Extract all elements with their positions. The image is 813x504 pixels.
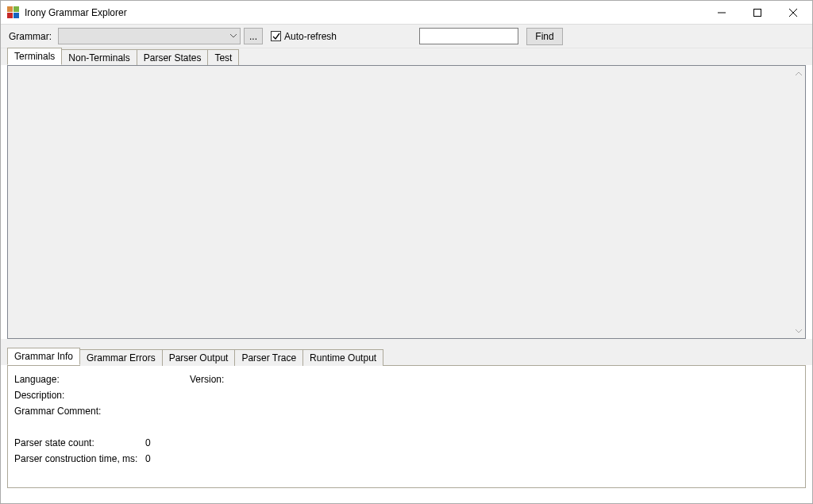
tab-parser-trace[interactable]: Parser Trace bbox=[235, 349, 303, 366]
description-label: Description: bbox=[14, 390, 145, 401]
close-button[interactable] bbox=[775, 1, 811, 24]
grammar-info-panel: Language: Version: Description: Grammar … bbox=[7, 365, 806, 488]
svg-rect-1 bbox=[753, 9, 761, 16]
main-content-panel bbox=[7, 65, 806, 339]
tab-parser-output[interactable]: Parser Output bbox=[163, 349, 236, 366]
tab-runtime-output[interactable]: Runtime Output bbox=[303, 349, 383, 366]
version-label: Version: bbox=[190, 374, 224, 385]
chevron-down-icon bbox=[230, 32, 237, 40]
autorefresh-checkbox[interactable]: Auto-refresh bbox=[271, 31, 337, 42]
language-label: Language: bbox=[14, 374, 145, 385]
titlebar: Irony Grammar Explorer bbox=[1, 1, 812, 25]
tab-grammar-info[interactable]: Grammar Info bbox=[7, 348, 80, 365]
state-count-label: Parser state count: bbox=[14, 437, 145, 448]
scroll-down-button[interactable] bbox=[792, 324, 804, 337]
grammar-label: Grammar: bbox=[9, 31, 52, 42]
state-count-value: 0 bbox=[145, 437, 151, 448]
find-button[interactable]: Find bbox=[526, 28, 563, 45]
splitter[interactable] bbox=[1, 339, 812, 348]
autorefresh-label: Auto-refresh bbox=[284, 31, 337, 42]
grammar-combobox[interactable] bbox=[58, 28, 241, 44]
tab-parser-states[interactable]: Parser States bbox=[137, 49, 209, 66]
scroll-up-button[interactable] bbox=[792, 67, 804, 80]
toolbar: Grammar: ... Auto-refresh Find bbox=[1, 25, 812, 48]
checkbox-icon bbox=[271, 31, 281, 41]
minimize-button[interactable] bbox=[703, 1, 739, 24]
tab-grammar-errors[interactable]: Grammar Errors bbox=[80, 349, 163, 366]
construction-time-value: 0 bbox=[145, 453, 151, 464]
search-input[interactable] bbox=[419, 28, 518, 44]
tab-test[interactable]: Test bbox=[208, 49, 239, 66]
window-title: Irony Grammar Explorer bbox=[25, 7, 127, 18]
browse-button[interactable]: ... bbox=[244, 28, 263, 44]
top-tabstrip: Terminals Non-Terminals Parser States Te… bbox=[1, 48, 812, 65]
tab-terminals[interactable]: Terminals bbox=[7, 48, 62, 65]
construction-time-label: Parser construction time, ms: bbox=[14, 453, 145, 464]
maximize-button[interactable] bbox=[739, 1, 775, 24]
language-value bbox=[145, 374, 190, 385]
bottom-tabstrip: Grammar Info Grammar Errors Parser Outpu… bbox=[1, 348, 812, 365]
tab-non-terminals[interactable]: Non-Terminals bbox=[62, 49, 137, 66]
app-icon bbox=[7, 6, 20, 19]
comment-label: Grammar Comment: bbox=[14, 406, 145, 417]
